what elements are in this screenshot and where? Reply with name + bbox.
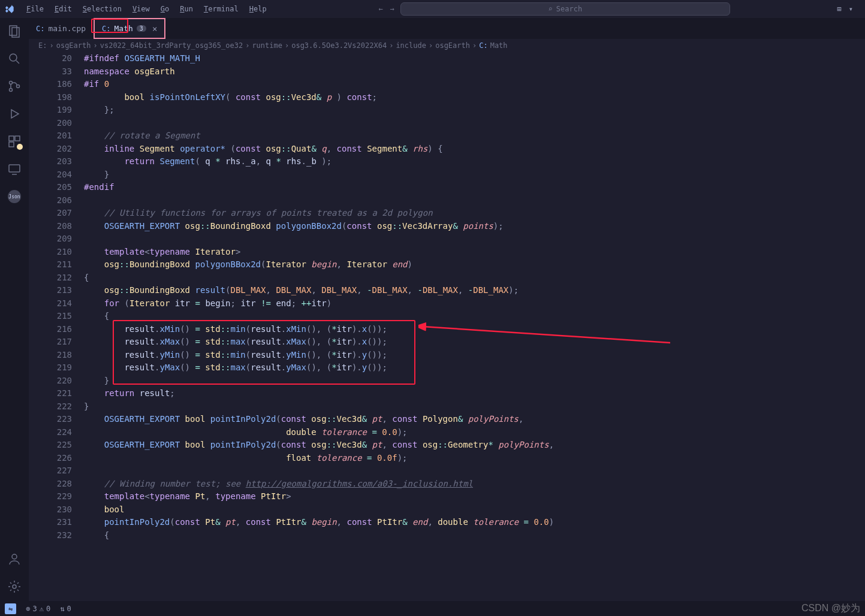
search-input[interactable]: ⌕ Search <box>400 2 730 16</box>
remote-status[interactable]: ⇋ <box>5 603 16 614</box>
code-line[interactable]: 228 // Winding number test; see http://g… <box>29 478 865 491</box>
line-number: 206 <box>29 194 84 207</box>
status-bar: ⇋ ⊗3 ⚠0 ⇅0 <box>0 601 865 616</box>
line-number: 228 <box>29 478 84 491</box>
copilot-icon[interactable]: ⊞ <box>837 5 842 13</box>
code-line[interactable]: 227 <box>29 464 865 478</box>
code-line[interactable]: 226 float tolerance = 0.0f); <box>29 452 865 465</box>
activity-bar: Json <box>0 18 29 601</box>
breadcrumb-segment[interactable]: E: <box>38 41 47 50</box>
code-line[interactable]: 202 inline Segment operator* (const osg:… <box>29 143 865 156</box>
json-icon[interactable]: Json <box>7 189 22 204</box>
code-line[interactable]: 198 bool isPointOnLeftXY( const osg::Vec… <box>29 91 865 104</box>
code-line[interactable]: 221 return result; <box>29 387 865 400</box>
run-debug-icon[interactable] <box>7 107 22 121</box>
svg-point-13 <box>13 585 16 588</box>
tab-main-cpp[interactable]: C:main.cpp <box>29 18 94 39</box>
breadcrumb[interactable]: E:›osgEarth›vs2022_64bit_3rdParty_osg365… <box>29 39 865 52</box>
editor-tabs: C:main.cppC:Math3× <box>29 18 865 39</box>
code-line[interactable]: 216 result.xMin() = std::min(result.xMin… <box>29 323 865 336</box>
search-placeholder: Search <box>556 5 582 13</box>
nav-forward-icon[interactable]: → <box>390 5 394 13</box>
code-line[interactable]: 222} <box>29 400 865 413</box>
menu-view[interactable]: View <box>128 2 155 16</box>
breadcrumb-segment[interactable]: runtime <box>252 41 282 50</box>
watermark: CSDN @妙为 <box>801 602 860 615</box>
line-number: 201 <box>29 129 84 143</box>
svg-rect-8 <box>15 136 20 141</box>
code-line[interactable]: 225 OSGEARTH_EXPORT bool pointInPoly2d(c… <box>29 439 865 452</box>
menu-go[interactable]: Go <box>156 2 174 16</box>
source-control-icon[interactable] <box>7 79 22 93</box>
menu-run[interactable]: Run <box>175 2 198 16</box>
tab-math[interactable]: C:Math3× <box>94 18 165 39</box>
code-line[interactable]: 231 pointInPoly2d(const Pt& pt, const Pt… <box>29 516 865 529</box>
code-line[interactable]: 204 } <box>29 168 865 182</box>
menu-edit[interactable]: Edit <box>50 2 77 16</box>
code-line[interactable]: 200 <box>29 117 865 130</box>
code-editor[interactable]: 20#ifndef OSGEARTH_MATH_H33namespace osg… <box>29 52 865 601</box>
code-line[interactable]: 211 osg::BoundingBoxd polygonBBox2d(Iter… <box>29 258 865 271</box>
settings-icon[interactable] <box>7 579 22 594</box>
line-number: 200 <box>29 117 84 130</box>
remote-icon[interactable] <box>7 162 22 176</box>
code-line[interactable]: 217 result.xMax() = std::max(result.xMax… <box>29 336 865 349</box>
breadcrumb-segment[interactable]: osgEarth <box>56 41 91 50</box>
code-line[interactable]: 210 template<typename Iterator> <box>29 246 865 259</box>
code-line[interactable]: 207 // Utility functions for arrays of p… <box>29 207 865 220</box>
line-number: 224 <box>29 426 84 439</box>
extensions-icon[interactable] <box>7 134 22 149</box>
svg-point-4 <box>10 81 13 84</box>
code-line[interactable]: 203 return Segment( q * rhs._a, q * rhs.… <box>29 155 865 168</box>
code-line[interactable]: 186#if 0 <box>29 78 865 91</box>
menu-file[interactable]: File <box>22 2 49 16</box>
code-line[interactable]: 33namespace osgEarth <box>29 65 865 78</box>
ports-status[interactable]: ⇅0 <box>60 605 71 613</box>
code-line[interactable]: 224 double tolerance = 0.0); <box>29 426 865 439</box>
close-icon[interactable]: × <box>152 24 157 34</box>
breadcrumb-segment[interactable]: Math <box>490 41 508 50</box>
code-line[interactable]: 213 osg::BoundingBoxd result(DBL_MAX, DB… <box>29 284 865 297</box>
code-line[interactable]: 218 result.yMin() = std::min(result.yMin… <box>29 349 865 362</box>
tab-badge: 3 <box>137 25 146 32</box>
code-line[interactable]: 215 { <box>29 310 865 323</box>
code-line[interactable]: 230 bool <box>29 503 865 517</box>
svg-rect-10 <box>9 165 20 172</box>
menu-selection[interactable]: Selection <box>78 2 126 16</box>
line-number: 227 <box>29 464 84 478</box>
code-line[interactable]: 209 <box>29 232 865 246</box>
code-line[interactable]: 220 } <box>29 375 865 388</box>
breadcrumb-segment[interactable]: vs2022_64bit_3rdParty_osg365_oe32 <box>100 41 243 50</box>
code-line[interactable]: 201 // rotate a Segment <box>29 129 865 143</box>
code-line[interactable]: 229 template<typename Pt, typename PtItr… <box>29 490 865 503</box>
code-line[interactable]: 232 { <box>29 529 865 542</box>
code-line[interactable]: 20#ifndef OSGEARTH_MATH_H <box>29 52 865 65</box>
vscode-icon <box>5 4 14 14</box>
line-number: 230 <box>29 503 84 517</box>
line-number: 205 <box>29 181 84 194</box>
code-line[interactable]: 223 OSGEARTH_EXPORT bool pointInPoly2d(c… <box>29 413 865 426</box>
line-number: 186 <box>29 78 84 91</box>
account-icon[interactable] <box>7 552 22 566</box>
line-number: 214 <box>29 297 84 310</box>
error-icon: ⊗ <box>26 605 30 613</box>
code-line[interactable]: 212{ <box>29 271 865 285</box>
code-line[interactable]: 206 <box>29 194 865 207</box>
chevron-down-icon[interactable]: ▾ <box>849 5 853 13</box>
problems-status[interactable]: ⊗3 ⚠0 <box>26 605 50 613</box>
breadcrumb-segment[interactable]: osgEarth <box>435 41 470 50</box>
menu-terminal[interactable]: Terminal <box>199 2 243 16</box>
code-line[interactable]: 205#endif <box>29 181 865 194</box>
search-icon[interactable] <box>7 52 22 66</box>
code-line[interactable]: 219 result.yMax() = std::max(result.yMax… <box>29 361 865 375</box>
main-menu: FileEditSelectionViewGoRunTerminalHelp <box>22 2 272 16</box>
breadcrumb-segment[interactable]: osg3.6.5Oe3.2Vs2022X64 <box>291 41 387 50</box>
tab-label: main.cpp <box>48 24 86 33</box>
code-line[interactable]: 214 for (Iterator itr = begin; itr != en… <box>29 297 865 310</box>
menu-help[interactable]: Help <box>245 2 272 16</box>
breadcrumb-segment[interactable]: include <box>396 41 426 50</box>
code-line[interactable]: 208 OSGEARTH_EXPORT osg::BoundingBoxd po… <box>29 220 865 233</box>
code-line[interactable]: 199 }; <box>29 104 865 117</box>
nav-back-icon[interactable]: ← <box>378 5 382 13</box>
explorer-icon[interactable] <box>7 24 22 38</box>
